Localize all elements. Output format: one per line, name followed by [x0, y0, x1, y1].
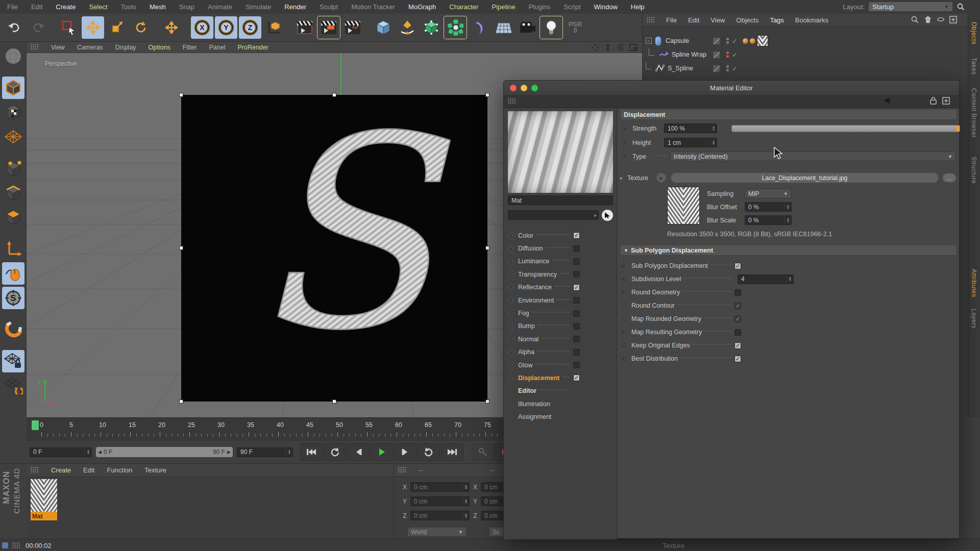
stepper-icon[interactable]	[85, 448, 90, 456]
menu-item[interactable]: Edit	[31, 3, 42, 11]
live-selection-tool[interactable]	[58, 16, 80, 39]
play-button[interactable]	[371, 443, 393, 461]
selection-handle[interactable]	[179, 93, 183, 97]
position-field[interactable]: 0 cm	[410, 482, 470, 492]
visibility-dots[interactable]	[726, 52, 729, 58]
material-manager-menu-item[interactable]: Function	[107, 466, 132, 474]
spd-row[interactable]: Round Contour	[620, 299, 749, 312]
add-primitive-cube-button[interactable]	[372, 16, 395, 39]
menu-item[interactable]: Select	[89, 3, 107, 11]
coordinates-menu-left[interactable]: --	[419, 466, 423, 474]
object-manager-menu-item[interactable]: File	[666, 16, 677, 24]
channel-checkbox[interactable]	[573, 271, 580, 278]
menu-item[interactable]: Character	[449, 3, 478, 11]
visibility-dots[interactable]	[726, 65, 729, 71]
menu-item[interactable]: Script	[564, 3, 580, 11]
viewport-menu-item[interactable]: Panel	[209, 44, 225, 51]
spd-row[interactable]: Best Distribution	[620, 352, 749, 365]
spd-checkbox[interactable]	[734, 329, 741, 336]
channel-radio[interactable]	[508, 323, 514, 330]
spline-pen-button[interactable]	[396, 16, 419, 39]
drag-grip-icon[interactable]	[12, 542, 20, 549]
smoothing-tag-icon[interactable]	[750, 38, 755, 44]
material-editor-window[interactable]: Material Editor Mat ▸ Color Diffus	[503, 80, 960, 539]
texture-tag-icon[interactable]	[757, 35, 768, 46]
object-row-spline-wrap[interactable]: Spline Wrap ✓	[643, 48, 968, 61]
channel-radio[interactable]	[508, 297, 514, 304]
spd-value-field[interactable]: 4	[738, 274, 794, 284]
stepper-icon[interactable]	[710, 124, 715, 132]
coordinate-space-dropdown[interactable]: World▼	[407, 527, 467, 537]
channel-row[interactable]: Editor	[508, 385, 583, 397]
stepper-icon[interactable]	[710, 139, 715, 146]
menu-item[interactable]: Snap	[179, 3, 194, 11]
drag-grip-icon[interactable]	[31, 44, 39, 51]
selection-handle[interactable]	[179, 246, 183, 250]
strength-field[interactable]: 100 %	[664, 123, 717, 133]
stepper-icon[interactable]	[785, 203, 790, 211]
channel-row[interactable]: Environment	[508, 294, 583, 307]
stepper-icon[interactable]	[286, 448, 291, 456]
phong-tag-icon[interactable]	[743, 38, 748, 44]
range-right-arrow-icon[interactable]: ▶	[227, 449, 231, 455]
collapse-expander-icon[interactable]: −	[646, 38, 652, 44]
goto-end-button[interactable]	[441, 443, 463, 461]
type-dropdown[interactable]: Intensity (Centered)▼	[670, 152, 956, 161]
play-backwards-button[interactable]	[324, 443, 346, 461]
layout-dropdown[interactable]: Startup ▼	[869, 2, 952, 11]
stepper-icon[interactable]	[785, 216, 790, 224]
view-label[interactable]: Perspective	[45, 60, 77, 67]
viewport-menu-item[interactable]: Options	[149, 44, 170, 51]
coordinates-menu-right[interactable]: --	[490, 466, 495, 474]
render-settings-button[interactable]	[341, 16, 364, 39]
spd-row[interactable]: Map Rounded Geometry	[620, 312, 749, 325]
edges-mode-button[interactable]	[2, 182, 24, 204]
model-mode-button[interactable]	[2, 77, 24, 99]
menu-item[interactable]: Mesh	[150, 3, 166, 11]
param-radio[interactable]	[621, 125, 628, 132]
param-radio[interactable]	[620, 303, 627, 309]
channel-radio[interactable]	[508, 245, 514, 252]
window-titlebar[interactable]: Material Editor	[504, 81, 959, 95]
light-button[interactable]	[540, 16, 562, 39]
menu-item[interactable]: Help	[631, 3, 645, 11]
selection-handle[interactable]	[332, 399, 336, 404]
psr-button[interactable]: PSR0	[564, 16, 586, 39]
dock-tab[interactable]: Takes	[970, 58, 977, 75]
menu-item[interactable]: Render	[284, 3, 306, 11]
coordinate-system-button[interactable]	[263, 16, 285, 39]
param-radio[interactable]	[621, 153, 628, 160]
stepper-icon[interactable]	[462, 483, 468, 491]
preview-scene-field[interactable]: ▸	[508, 210, 599, 220]
add-panel-icon[interactable]	[949, 16, 957, 23]
menu-item[interactable]: Create	[56, 3, 76, 11]
deformer-bend-button[interactable]	[468, 16, 491, 39]
menu-item[interactable]: Sculpt	[320, 3, 338, 11]
spd-section-header[interactable]: ▼ Sub Polygon Displacement	[620, 245, 957, 256]
viewport-tweak-button[interactable]	[2, 262, 24, 285]
channel-radio[interactable]	[508, 362, 514, 368]
viewport-menu-item[interactable]: ProRender	[237, 44, 268, 51]
layer-color-chip[interactable]	[713, 38, 720, 44]
channel-radio[interactable]	[508, 336, 514, 342]
range-left-arrow-icon[interactable]: ◀	[98, 449, 102, 455]
workplane-mode-cycle-button[interactable]	[2, 374, 24, 397]
lock-z-axis-button[interactable]: Z	[239, 16, 261, 39]
param-radio[interactable]	[620, 356, 627, 362]
stepper-icon[interactable]	[462, 512, 468, 519]
channel-row[interactable]: Diffusion	[508, 242, 583, 255]
param-radio[interactable]	[620, 329, 627, 336]
drag-grip-icon[interactable]	[398, 467, 406, 473]
viewport-menu-item[interactable]: View	[51, 44, 65, 51]
menu-item[interactable]: Simulate	[246, 3, 272, 11]
selection-handle[interactable]	[332, 93, 336, 97]
previous-frame-button[interactable]	[347, 443, 370, 461]
dock-tab[interactable]: Attributes	[970, 269, 977, 297]
selection-handle[interactable]	[485, 399, 489, 404]
pan-view-icon[interactable]	[591, 43, 600, 52]
channel-checkbox[interactable]	[573, 362, 580, 368]
selection-handle[interactable]	[485, 246, 489, 250]
menu-item[interactable]: Motion Tracker	[351, 3, 395, 11]
search-icon[interactable]	[957, 3, 965, 11]
channel-row[interactable]: Fog	[508, 307, 583, 319]
